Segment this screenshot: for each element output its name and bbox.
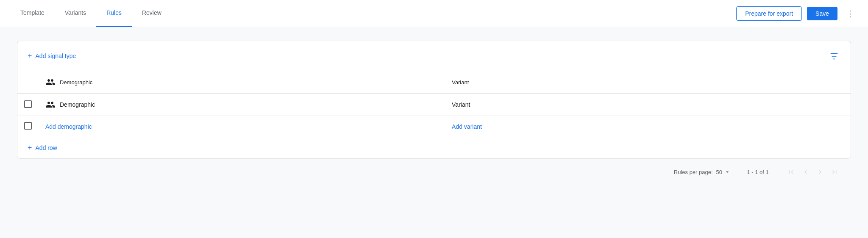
- chevron-left-icon: [802, 168, 810, 176]
- row2-checkbox[interactable]: [24, 122, 32, 130]
- last-page-button[interactable]: [828, 166, 841, 178]
- filter-button[interactable]: [828, 50, 840, 62]
- prepare-export-button[interactable]: Prepare for export: [736, 6, 802, 21]
- main-content: + Add signal type: [0, 27, 868, 199]
- add-row-button[interactable]: + Add row: [28, 144, 57, 152]
- rules-table: Demographic Variant: [17, 71, 851, 137]
- save-button[interactable]: Save: [807, 7, 837, 20]
- pagination-buttons: [785, 166, 841, 178]
- add-signal-button[interactable]: + Add signal type: [28, 52, 76, 60]
- row2-checkbox-cell[interactable]: [17, 116, 39, 137]
- per-page-value: 50: [716, 169, 722, 175]
- plus-icon: +: [28, 52, 32, 60]
- card-footer: + Add row: [17, 137, 851, 158]
- add-variant-link[interactable]: Add variant: [452, 123, 482, 130]
- demographic-icon: [45, 77, 56, 87]
- rules-card: + Add signal type: [17, 41, 851, 159]
- filter-icon: [829, 51, 839, 61]
- table-row: Demographic Variant: [17, 94, 851, 116]
- nav-tabs: Template Variants Rules Review: [10, 0, 736, 27]
- header-variant: Variant: [445, 71, 851, 94]
- tab-review[interactable]: Review: [132, 0, 172, 27]
- row2-variant-cell[interactable]: Add variant: [445, 116, 851, 137]
- row1-demographic-icon: [45, 100, 56, 110]
- table-row: Add demographic Add variant: [17, 116, 851, 137]
- more-options-button[interactable]: ⋮: [843, 5, 858, 22]
- per-page-select[interactable]: 50: [716, 169, 731, 175]
- prev-page-button[interactable]: [799, 166, 812, 178]
- tab-variants[interactable]: Variants: [55, 0, 96, 27]
- tab-rules[interactable]: Rules: [96, 0, 132, 27]
- next-page-button[interactable]: [814, 166, 826, 178]
- table-header-row: Demographic Variant: [17, 71, 851, 94]
- row1-checkbox[interactable]: [24, 100, 32, 108]
- row1-checkbox-cell[interactable]: [17, 94, 39, 116]
- header-demographic: Demographic: [39, 71, 445, 94]
- first-page-icon: [787, 168, 795, 176]
- nav-actions: Prepare for export Save ⋮: [736, 5, 858, 22]
- last-page-icon: [831, 168, 838, 176]
- row1-variant-cell: Variant: [445, 94, 851, 116]
- page-info: 1 - 1 of 1: [741, 169, 775, 175]
- tab-template[interactable]: Template: [10, 0, 55, 27]
- add-demographic-link[interactable]: Add demographic: [45, 123, 92, 130]
- chevron-down-icon: [724, 169, 731, 175]
- per-page-label: Rules per page:: [674, 169, 713, 175]
- header-checkbox-cell: [17, 71, 39, 94]
- plus-icon: +: [28, 144, 32, 152]
- rules-per-page: Rules per page: 50: [674, 169, 731, 175]
- card-header: + Add signal type: [17, 41, 851, 71]
- row2-demographic-cell[interactable]: Add demographic: [39, 116, 445, 137]
- chevron-right-icon: [816, 168, 824, 176]
- first-page-button[interactable]: [785, 166, 798, 178]
- pagination-bar: Rules per page: 50 1 - 1 of 1: [17, 159, 851, 185]
- row1-demographic-cell: Demographic: [39, 94, 445, 116]
- top-navigation: Template Variants Rules Review Prepare f…: [0, 0, 868, 27]
